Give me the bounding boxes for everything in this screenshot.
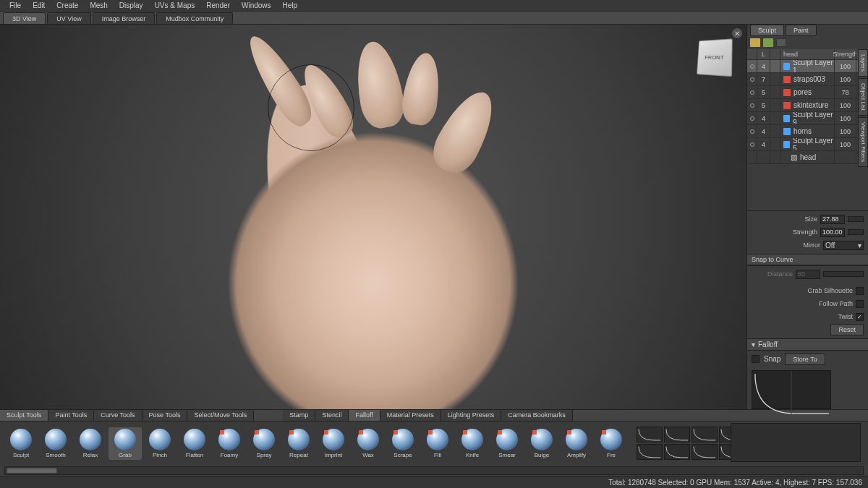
size-input[interactable]: [820, 215, 845, 224]
falloff-snap-checkbox[interactable]: [752, 355, 760, 363]
layer-strength[interactable]: 78: [835, 86, 856, 98]
tool-tab-camera-bookmarks[interactable]: Camera Bookmarks: [501, 410, 573, 421]
tool-amplify[interactable]: Amplify: [560, 427, 593, 460]
strength-input[interactable]: [820, 228, 845, 237]
3d-viewport[interactable]: ✕ FRONT: [0, 25, 746, 409]
store-to-button[interactable]: Store To: [785, 354, 825, 365]
view-cube[interactable]: FRONT: [697, 38, 733, 77]
tool-knife[interactable]: Knife: [456, 427, 489, 460]
mode-tab-sculpt[interactable]: Sculpt: [750, 25, 784, 36]
tool-tab-stamp[interactable]: Stamp: [283, 410, 315, 421]
tool-scrape[interactable]: Scrape: [386, 427, 420, 460]
tool-foamy[interactable]: Foamy: [213, 427, 246, 460]
falloff-preset[interactable]: [664, 444, 690, 460]
tab-image-browser[interactable]: Image Browser: [93, 12, 156, 24]
visibility-icon[interactable]: [750, 90, 754, 95]
reset-button[interactable]: Reset: [830, 324, 864, 335]
falloff-preset[interactable]: [692, 427, 718, 442]
tool-repeat[interactable]: Repeat: [282, 427, 315, 460]
tab-uv-view[interactable]: UV View: [47, 12, 90, 24]
vtab-layers[interactable]: Layers: [858, 49, 868, 77]
vtab-object-list[interactable]: Object List: [858, 78, 868, 116]
menu-file[interactable]: File: [4, 0, 27, 11]
tool-flatten[interactable]: Flatten: [178, 427, 211, 460]
tool-wax[interactable]: Wax: [352, 427, 385, 460]
falloff-preset[interactable]: [692, 444, 718, 460]
snap-to-curve-header[interactable]: Snap to Curve: [747, 254, 868, 265]
falloff-preset[interactable]: [664, 427, 690, 442]
tool-pinch[interactable]: Pinch: [143, 427, 176, 460]
menu-display[interactable]: Display: [114, 0, 149, 11]
layer-options-icon[interactable]: [776, 38, 786, 47]
menu-edit[interactable]: Edit: [27, 0, 51, 11]
layer-strength[interactable]: 100: [835, 73, 856, 85]
layer-row[interactable]: 5skintexture100: [747, 99, 868, 112]
falloff-header[interactable]: ▾Falloff: [747, 338, 868, 351]
open-layer-icon[interactable]: [763, 38, 773, 47]
layer-row[interactable]: 4horns100: [747, 125, 868, 138]
follow-path-checkbox[interactable]: [856, 300, 864, 308]
visibility-icon[interactable]: [750, 116, 754, 121]
tool-icon: [218, 429, 240, 450]
new-layer-icon[interactable]: [750, 38, 760, 47]
visibility-icon[interactable]: [750, 64, 754, 69]
twist-checkbox[interactable]: [856, 313, 864, 321]
tool-spray[interactable]: Spray: [247, 427, 281, 460]
tab-community[interactable]: Mudbox Community: [156, 12, 233, 24]
tool-tab-stencil[interactable]: Stencil: [315, 410, 349, 421]
menu-render[interactable]: Render: [200, 0, 236, 11]
menu-uvs-maps[interactable]: UVs & Maps: [149, 0, 201, 11]
tool-imprint[interactable]: Imprint: [317, 427, 350, 460]
tool-fill[interactable]: Fill: [421, 427, 454, 460]
tool-tab-select-move-tools[interactable]: Select/Move Tools: [187, 410, 254, 421]
tab-3d-view[interactable]: 3D View: [3, 12, 46, 24]
tool-sculpt[interactable]: Sculpt: [4, 427, 38, 460]
falloff-preset[interactable]: [637, 444, 663, 460]
layer-strength[interactable]: 100: [835, 112, 856, 124]
visibility-icon[interactable]: [750, 103, 754, 108]
menu-create[interactable]: Create: [51, 0, 84, 11]
tool-tab-material-presets[interactable]: Material Presets: [380, 410, 441, 421]
layers-list[interactable]: 4Sculpt Layer 1100⇄7straps0031005pores78…: [747, 60, 868, 166]
tool-tab-curve-tools[interactable]: Curve Tools: [94, 410, 142, 421]
tool-smear[interactable]: Smear: [490, 427, 524, 460]
strength-slider[interactable]: [848, 229, 864, 235]
layer-row[interactable]: 4Sculpt Layer 9100: [747, 112, 868, 125]
menu-help[interactable]: Help: [277, 0, 304, 11]
menu-windows[interactable]: Windows: [236, 0, 277, 11]
tool-tab-lighting-presets[interactable]: Lighting Presets: [441, 410, 502, 421]
layer-row[interactable]: 4Sculpt Layer 5100: [747, 138, 868, 151]
layer-strength[interactable]: 100: [835, 138, 856, 150]
distance-slider[interactable]: [823, 271, 864, 277]
tool-relax[interactable]: Relax: [74, 427, 107, 460]
visibility-icon[interactable]: [750, 142, 754, 147]
tool-tab-falloff[interactable]: Falloff: [349, 410, 380, 421]
layer-strength[interactable]: 100: [835, 99, 856, 111]
tool-smooth[interactable]: Smooth: [39, 427, 72, 460]
layer-strength[interactable]: 100: [835, 60, 856, 72]
layer-row[interactable]: 4Sculpt Layer 1100⇄: [747, 60, 868, 73]
tool-tab-paint-tools[interactable]: Paint Tools: [48, 410, 94, 421]
tool-fre[interactable]: Fre: [595, 427, 628, 460]
falloff-preset[interactable]: [637, 427, 663, 442]
close-icon[interactable]: ✕: [732, 28, 742, 38]
layer-row[interactable]: 5pores78: [747, 86, 868, 99]
mode-tab-paint[interactable]: Paint: [786, 25, 817, 36]
size-slider[interactable]: [848, 216, 864, 222]
menu-mesh[interactable]: Mesh: [84, 0, 113, 11]
grab-silhouette-checkbox[interactable]: [856, 287, 864, 295]
mesh-row[interactable]: ▧ head: [747, 151, 868, 164]
layer-strength[interactable]: 100: [835, 125, 856, 137]
tool-shelf-scrollbar[interactable]: [4, 466, 864, 475]
visibility-icon[interactable]: [750, 129, 754, 134]
layer-row[interactable]: 7straps003100: [747, 73, 868, 86]
tool-grab[interactable]: Grab: [109, 427, 142, 460]
tool-tab-pose-tools[interactable]: Pose Tools: [142, 410, 188, 421]
falloff-curve[interactable]: [752, 370, 831, 409]
sculpt-mesh: [178, 30, 569, 409]
mirror-select[interactable]: Off▾: [823, 241, 864, 250]
tool-tab-sculpt-tools[interactable]: Sculpt Tools: [0, 410, 48, 421]
tool-bulge[interactable]: Bulge: [525, 427, 558, 460]
vtab-viewport-filters[interactable]: Viewport Filters: [858, 117, 868, 167]
visibility-icon[interactable]: [750, 77, 754, 82]
